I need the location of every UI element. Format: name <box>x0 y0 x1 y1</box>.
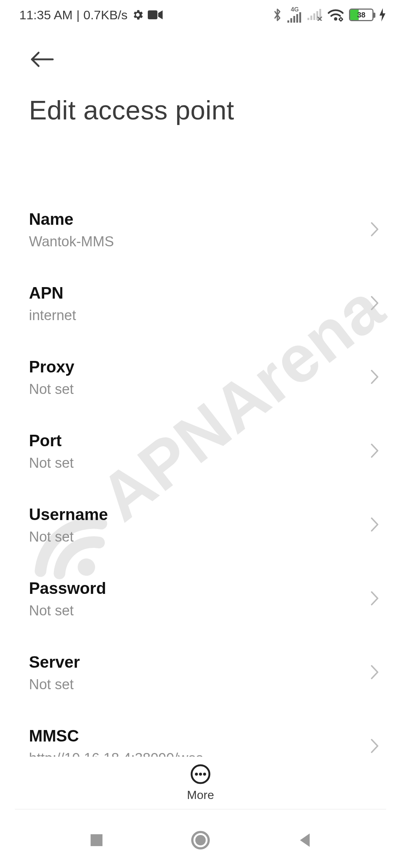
svg-rect-4 <box>293 16 295 23</box>
nav-back-button[interactable] <box>290 825 319 855</box>
triangle-left-icon <box>297 832 312 848</box>
chevron-right-icon <box>370 516 379 534</box>
header: Edit access point <box>0 45 401 125</box>
row-port[interactable]: Port Not set <box>0 414 401 488</box>
row-name[interactable]: Name Wantok-MMS <box>0 193 401 267</box>
row-apn[interactable]: APN internet <box>0 267 401 341</box>
svg-point-25 <box>195 835 206 845</box>
chevron-right-icon <box>370 369 379 387</box>
svg-rect-1 <box>148 10 157 19</box>
row-proxy[interactable]: Proxy Not set <box>0 341 401 414</box>
row-value: Not set <box>29 603 372 619</box>
row-label: Password <box>29 579 372 598</box>
row-username[interactable]: Username Not set <box>0 488 401 562</box>
signal-nosim-icon <box>307 9 322 21</box>
row-server[interactable]: Server Not set <box>0 636 401 710</box>
chevron-right-icon <box>370 295 379 313</box>
divider <box>15 809 386 809</box>
signal-4g-icon: 4G <box>287 7 302 23</box>
back-button[interactable] <box>27 45 57 74</box>
row-label: MMSC <box>29 727 372 745</box>
row-label: Server <box>29 653 372 671</box>
status-net-speed: 0.7KB/s <box>84 8 128 22</box>
svg-rect-3 <box>290 18 292 23</box>
bluetooth-icon <box>273 7 282 22</box>
page-title: Edit access point <box>29 95 372 125</box>
battery-icon: 38 <box>349 9 374 21</box>
chevron-right-icon <box>370 443 379 460</box>
chevron-right-icon <box>370 738 379 756</box>
more-button[interactable]: More <box>187 764 214 802</box>
svg-point-21 <box>199 773 202 776</box>
wifi-icon <box>327 8 344 22</box>
row-value: internet <box>29 308 372 323</box>
row-value: Not set <box>29 381 372 397</box>
svg-rect-6 <box>299 12 301 23</box>
video-icon <box>148 10 163 20</box>
nav-recent-button[interactable] <box>82 825 111 855</box>
svg-rect-23 <box>91 834 102 846</box>
svg-point-14 <box>334 17 338 21</box>
status-right: 4G 38 <box>273 7 386 23</box>
svg-rect-9 <box>313 13 315 20</box>
row-value: Wantok-MMS <box>29 234 372 250</box>
row-value: Not set <box>29 677 372 693</box>
svg-rect-7 <box>307 18 309 20</box>
status-separator: | <box>76 8 80 22</box>
row-label: Port <box>29 431 372 450</box>
more-horizontal-icon <box>190 764 211 785</box>
gear-icon <box>131 9 144 21</box>
square-icon <box>89 833 104 848</box>
chevron-right-icon <box>370 221 379 239</box>
battery-pct: 38 <box>350 10 372 20</box>
svg-rect-8 <box>310 16 312 20</box>
row-label: Username <box>29 505 372 524</box>
charging-icon <box>379 8 386 22</box>
status-time: 11:35 AM <box>19 8 73 22</box>
svg-rect-5 <box>296 14 298 23</box>
more-label: More <box>187 788 214 802</box>
svg-point-22 <box>203 773 206 776</box>
arrow-left-icon <box>30 50 55 68</box>
row-value: Not set <box>29 529 372 545</box>
nav-home-button[interactable] <box>186 825 215 855</box>
row-label: Name <box>29 210 372 228</box>
row-label: APN <box>29 284 372 302</box>
row-value: Not set <box>29 455 372 471</box>
status-left: 11:35 AM | 0.7KB/s <box>19 8 163 22</box>
row-mmsc[interactable]: MMSC http://10.16.18.4:38090/was <box>0 710 401 764</box>
svg-rect-10 <box>316 11 318 20</box>
settings-list: Name Wantok-MMS APN internet Proxy Not s… <box>0 193 401 764</box>
bottom-toolbar: More <box>0 757 401 809</box>
circle-icon <box>191 831 210 850</box>
network-type-label: 4G <box>291 7 299 12</box>
system-nav-bar <box>0 812 401 868</box>
chevron-right-icon <box>370 590 379 608</box>
row-password[interactable]: Password Not set <box>0 562 401 636</box>
svg-point-20 <box>195 773 198 776</box>
status-bar: 11:35 AM | 0.7KB/s 4G 38 <box>0 0 401 30</box>
row-label: Proxy <box>29 358 372 376</box>
svg-rect-2 <box>287 20 289 23</box>
chevron-right-icon <box>370 664 379 682</box>
